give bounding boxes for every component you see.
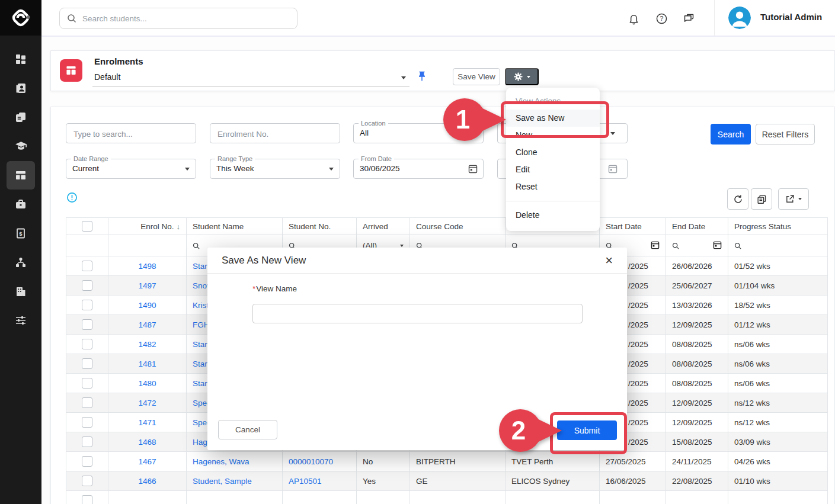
enrolment-no-filter[interactable] <box>210 123 340 143</box>
menu-item-new[interactable]: New <box>506 127 600 144</box>
keyword-filter[interactable] <box>66 123 196 143</box>
enrol-no-link[interactable]: 1482 <box>138 340 156 349</box>
pin-view-icon[interactable] <box>416 70 428 85</box>
row-checkbox[interactable] <box>82 358 92 369</box>
calendar-icon <box>651 240 660 251</box>
view-name-input[interactable] <box>252 304 583 323</box>
columns-button[interactable] <box>751 188 772 210</box>
col-header-progress-status[interactable]: Progress Status <box>728 218 828 235</box>
sidebar-item-agents[interactable] <box>0 248 41 277</box>
range-type-filter[interactable]: Range Type This Week <box>210 159 340 179</box>
row-checkbox[interactable] <box>82 397 92 408</box>
enrol-no-link[interactable]: 1481 <box>138 359 156 368</box>
col-header-arrived[interactable]: Arrived <box>357 218 410 235</box>
view-selector[interactable]: Default <box>92 70 409 86</box>
location-value: All <box>360 129 369 137</box>
student-name-link[interactable]: Student, Sample <box>193 477 252 486</box>
sidebar-item-contacts[interactable] <box>0 73 41 102</box>
select-all-checkbox[interactable] <box>82 221 92 232</box>
table-row: 1467 Hagenes, Wava 0000010070 No BITPERT… <box>66 452 828 471</box>
row-checkbox[interactable] <box>82 476 92 486</box>
save-view-button[interactable]: Save View <box>453 68 500 85</box>
export-button[interactable] <box>778 188 809 210</box>
row-checkbox[interactable] <box>82 339 92 349</box>
start-date-cell <box>600 491 666 504</box>
menu-item-clone[interactable]: Clone <box>506 144 600 161</box>
row-checkbox[interactable] <box>82 436 92 447</box>
enrol-no-link[interactable]: 1471 <box>138 418 156 427</box>
col-header-enrol-no[interactable]: Enrol No.↓ <box>108 218 187 235</box>
enrol-no-link[interactable]: 1498 <box>138 262 156 271</box>
messages-icon[interactable] <box>682 11 696 25</box>
col-header-end-date[interactable]: End Date <box>666 218 728 235</box>
sidebar-item-services[interactable] <box>0 190 41 219</box>
topbar: ? Tutorial Admin <box>41 0 835 37</box>
row-checkbox[interactable] <box>82 417 92 428</box>
student-name-link[interactable]: Hagenes, Wava <box>193 457 249 466</box>
row-checkbox[interactable] <box>82 378 92 389</box>
sidebar-item-enrolments[interactable] <box>0 160 41 190</box>
enrol-no-cell: 1466 <box>108 471 187 491</box>
end-date-cell: 08/08/2025 <box>666 354 728 374</box>
submit-button[interactable]: Submit <box>557 420 617 440</box>
reset-filters-button[interactable]: Reset Filters <box>756 124 815 145</box>
refresh-button[interactable] <box>727 188 748 210</box>
row-checkbox-cell <box>66 354 108 374</box>
student-searchbox[interactable] <box>59 8 297 29</box>
menu-item-delete[interactable]: Delete <box>506 207 600 224</box>
col-header-student-no[interactable]: Student No. <box>283 218 357 235</box>
sidebar-item-settings[interactable] <box>0 306 41 335</box>
enrol-no-link[interactable]: 1490 <box>138 301 156 310</box>
col-header-course-code[interactable]: Course Code <box>410 218 506 235</box>
enrol-no-link[interactable]: 1466 <box>138 477 156 486</box>
filter-cell-progress[interactable] <box>728 235 828 256</box>
menu-item-edit[interactable]: Edit <box>506 161 600 178</box>
row-checkbox[interactable] <box>82 261 92 271</box>
table-header-row: Enrol No.↓ Student Name Student No. Arri… <box>66 218 828 235</box>
view-header-card: Enrolments Default Save View <box>50 50 835 91</box>
from-date-filter[interactable]: From Date 30/06/2025 <box>353 159 484 179</box>
enrol-no-link[interactable]: 1467 <box>138 457 156 466</box>
sidebar-item-courses[interactable] <box>0 131 41 160</box>
info-icon[interactable] <box>66 192 78 206</box>
menu-item-reset[interactable]: Reset <box>506 178 600 195</box>
filter-cell-end-date[interactable] <box>666 235 728 256</box>
enrol-no-link[interactable]: 1472 <box>138 399 156 407</box>
enrol-no-link[interactable]: 1480 <box>138 379 156 388</box>
notifications-icon[interactable] <box>626 11 641 25</box>
location-filter[interactable]: Location All <box>353 123 484 143</box>
enrol-no-link[interactable]: 1497 <box>138 281 156 290</box>
student-search-input[interactable] <box>81 14 297 24</box>
col-header-student-name[interactable]: Student Name <box>187 218 283 235</box>
col-header-start-date[interactable]: Start Date <box>600 218 666 235</box>
row-checkbox[interactable] <box>82 456 92 467</box>
progress-status-cell: 01/10 wks <box>728 471 828 491</box>
sidebar-item-dashboard[interactable] <box>0 44 41 73</box>
row-checkbox[interactable] <box>82 300 92 310</box>
enrolment-no-input[interactable] <box>216 124 331 143</box>
view-actions-button[interactable] <box>505 68 539 85</box>
row-checkbox[interactable] <box>82 319 92 330</box>
menu-item-save-as-new[interactable]: Save as New <box>506 110 600 127</box>
date-range-filter[interactable]: Date Range Current <box>66 159 196 179</box>
help-icon[interactable]: ? <box>654 11 668 25</box>
close-icon[interactable]: × <box>605 254 613 267</box>
select-all-header[interactable] <box>66 218 108 235</box>
cancel-button[interactable]: Cancel <box>218 420 277 439</box>
row-checkbox[interactable] <box>82 495 92 504</box>
chevron-down-icon <box>401 76 406 79</box>
student-no-link[interactable]: AP10501 <box>289 477 322 486</box>
sidebar-item-finance[interactable]: $ <box>0 219 41 248</box>
sidebar-item-documents[interactable] <box>0 102 41 131</box>
student-no-link[interactable]: 0000010070 <box>289 457 333 466</box>
row-checkbox[interactable] <box>82 280 92 291</box>
table-row: 1466 Student, Sample AP10501 Yes GE ELIC… <box>66 471 828 491</box>
filter-cell-enrol[interactable] <box>108 235 187 256</box>
enrol-no-link[interactable]: 1468 <box>138 438 156 447</box>
enrol-no-link[interactable]: 1487 <box>138 320 156 329</box>
search-button[interactable]: Search <box>711 124 751 145</box>
avatar[interactable] <box>728 7 751 29</box>
sidebar-item-organisation[interactable] <box>0 277 41 306</box>
user-name[interactable]: Tutorial Admin <box>760 12 822 22</box>
keyword-input[interactable] <box>72 124 187 143</box>
